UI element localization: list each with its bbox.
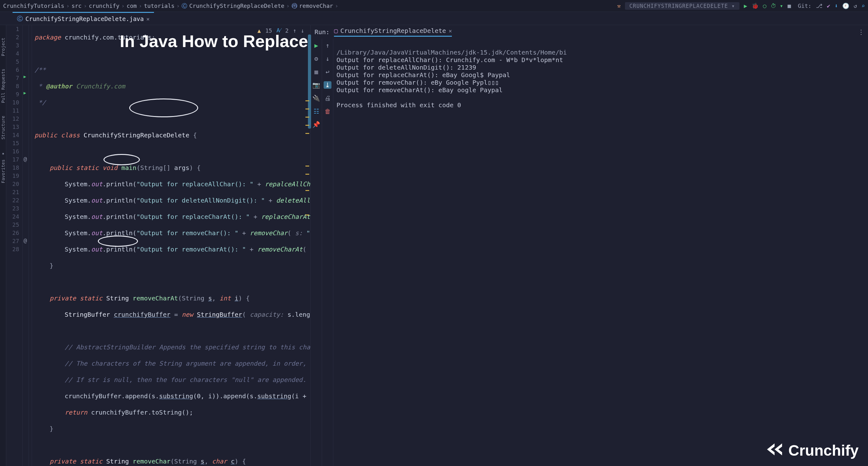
editor-tab[interactable]: Ⓒ CrunchifyStringReplaceDelete.java × xyxy=(12,12,154,25)
scroll-end-icon[interactable]: ⤓ xyxy=(323,81,332,89)
class-icon: Ⓒ xyxy=(182,2,187,10)
run-output[interactable]: /Library/Java/JavaVirtualMachines/jdk-15… xyxy=(333,38,868,466)
profile-icon[interactable]: ⏱ ▾ xyxy=(771,2,783,9)
tab-title: CrunchifyStringReplaceDelete.java xyxy=(25,15,144,22)
history-icon[interactable]: 🕘 xyxy=(842,2,849,9)
crumb-project[interactable]: CrunchifyTutorials xyxy=(3,2,64,9)
run-header: Run: ▢ CrunchifyStringReplaceDelete × ⋮ xyxy=(311,25,868,38)
line-number-gutter[interactable]: 1234567891011121314151617181920212223242… xyxy=(6,25,23,466)
run-action-gutter: ▶ ⚙ ■ 📷 🔌 ☷ 📌 xyxy=(311,38,322,466)
run-line-icon[interactable]: ▶ xyxy=(24,90,26,95)
settings-icon[interactable]: ⚙ xyxy=(314,55,318,62)
rollback-icon[interactable]: ↺ xyxy=(854,2,857,9)
override-icon[interactable]: @ xyxy=(24,237,27,244)
breadcrumb: CrunchifyTutorials › src › crunchify › c… xyxy=(3,2,338,10)
top-toolbar: CrunchifyTutorials › src › crunchify › c… xyxy=(0,0,868,12)
class-icon: Ⓒ xyxy=(17,15,23,23)
stop-icon[interactable]: ■ xyxy=(787,2,791,9)
crumb-pkg3[interactable]: tutorials xyxy=(144,2,175,9)
chevron-right-icon: › xyxy=(286,2,290,9)
update-icon[interactable]: ⬇ xyxy=(834,2,838,9)
build-icon[interactable]: ⚒ xyxy=(617,2,621,9)
chevron-right-icon: › xyxy=(335,2,338,9)
override-icon[interactable]: @ xyxy=(24,156,27,162)
method-icon: ⓜ xyxy=(291,2,297,10)
up-icon[interactable]: ↑ xyxy=(326,42,329,49)
structure-tool-button[interactable]: Structure xyxy=(1,116,6,139)
main-area: Project Pull Requests Structure Favorite… xyxy=(0,25,868,466)
pin-icon[interactable]: 📌 xyxy=(312,121,320,128)
toolbar-right: ⚒ CRUNCHIFYSTRINGREPLACEDELETE ▾ ▶ 🐞 ◯ ⏱… xyxy=(617,2,865,10)
left-tool-rail: Project Pull Requests Structure Favorite… xyxy=(0,25,6,466)
icon-gutter: ▶ ▶ @ @ xyxy=(23,25,29,466)
camera-icon[interactable]: 📷 xyxy=(312,81,320,89)
crunchify-logo-text: Crunchify xyxy=(788,443,859,458)
chevron-right-icon: › xyxy=(177,2,180,9)
chevron-right-icon: › xyxy=(138,2,142,9)
crumb-method[interactable]: removeChar xyxy=(299,2,333,9)
softwrap-icon[interactable]: ↩ xyxy=(326,68,329,75)
git-label: Git: xyxy=(798,2,811,9)
code-area[interactable]: package crunchify.com.tutorials; /** * @… xyxy=(32,25,310,466)
chevron-right-icon: › xyxy=(84,2,87,9)
code-editor[interactable]: ▲15 A⁄2 ↑ ↓ 1234567891011121314151617181… xyxy=(6,25,310,466)
close-icon[interactable]: × xyxy=(448,28,452,34)
crunchify-logo-icon xyxy=(765,442,784,459)
branch-icon[interactable]: ⎇ xyxy=(816,2,823,9)
rerun-icon[interactable]: ▶ xyxy=(314,42,318,49)
down-icon[interactable]: ↓ xyxy=(326,55,329,62)
coverage-icon[interactable]: ◯ xyxy=(763,2,766,9)
error-stripe[interactable] xyxy=(305,44,310,466)
editor-tab-bar: Ⓒ CrunchifyStringReplaceDelete.java × xyxy=(0,12,868,25)
commit-icon[interactable]: ✔ xyxy=(827,2,830,9)
crumb-src[interactable]: src xyxy=(71,2,82,9)
crumb-pkg2[interactable]: com xyxy=(127,2,137,9)
layout-icon[interactable]: ☷ xyxy=(314,107,319,115)
debug-icon[interactable]: 🐞 xyxy=(752,2,758,9)
clear-icon[interactable]: 🗑 xyxy=(324,107,331,115)
print-icon[interactable]: 🖨 xyxy=(324,94,331,102)
run-title: Run: xyxy=(314,28,330,36)
ide-window: CrunchifyTutorials › src › crunchify › c… xyxy=(0,0,868,466)
crunchify-logo: Crunchify xyxy=(765,442,859,459)
run-icon[interactable]: ▶ xyxy=(744,2,747,9)
run-tab-label: CrunchifyStringReplaceDelete xyxy=(340,27,446,34)
stop-icon[interactable]: ■ xyxy=(314,68,318,75)
pull-requests-tool-button[interactable]: Pull Requests xyxy=(1,69,6,103)
run-line-icon[interactable]: ▶ xyxy=(24,74,26,79)
favorites-tool-button[interactable]: Favorites ★ xyxy=(1,152,6,183)
more-icon[interactable]: ⋮ xyxy=(858,28,864,36)
project-tool-button[interactable]: Project xyxy=(1,38,6,56)
run-tool-window: Run: ▢ CrunchifyStringReplaceDelete × ⋮ … xyxy=(310,25,868,466)
run-output-gutter: ↑ ↓ ↩ ⤓ 🖨 🗑 xyxy=(322,38,333,466)
run-tab-icon: ▢ xyxy=(334,27,338,34)
fold-gutter[interactable] xyxy=(29,25,32,466)
search-everywhere-icon[interactable]: ⌕ xyxy=(861,2,865,9)
run-config-combo[interactable]: CRUNCHIFYSTRINGREPLACEDELETE ▾ xyxy=(625,2,739,10)
usb-icon[interactable]: 🔌 xyxy=(312,94,320,102)
close-icon[interactable]: × xyxy=(147,16,150,22)
chevron-right-icon: › xyxy=(66,2,70,9)
crumb-pkg1[interactable]: crunchify xyxy=(89,2,120,9)
chevron-right-icon: › xyxy=(121,2,125,9)
run-tab[interactable]: ▢ CrunchifyStringReplaceDelete × xyxy=(334,27,452,37)
crumb-class[interactable]: CrunchifyStringReplaceDelete xyxy=(189,2,284,9)
